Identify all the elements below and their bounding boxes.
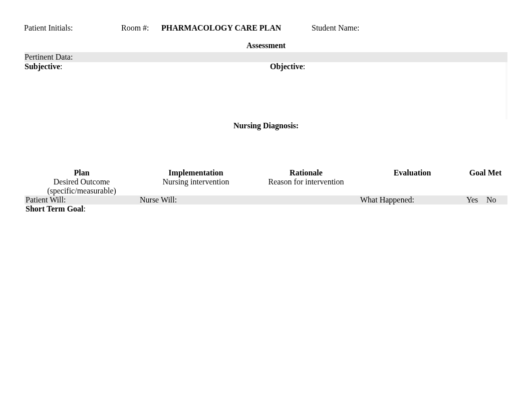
nursing-diagnosis-heading: Nursing Diagnosis: xyxy=(25,119,507,132)
goal-no-body-cell xyxy=(467,204,469,365)
rationale-body-cell xyxy=(253,204,359,365)
spacer xyxy=(24,158,508,168)
implementation-body-cell xyxy=(139,204,253,365)
objective-label: Objective xyxy=(270,62,303,71)
rationale-column-header: Rationale Reason for intervention xyxy=(253,168,359,195)
goal-yes-label: Yes xyxy=(465,195,485,204)
rationale-sub: Reason for intervention xyxy=(254,177,358,186)
rationale-heading: Rationale xyxy=(254,168,358,177)
plan-column-header: Plan Desired Outcome (specific/measurabl… xyxy=(25,168,139,195)
rationale-subhead-blank xyxy=(253,195,359,204)
plan-sub1: Desired Outcome xyxy=(26,177,138,186)
evaluation-column-header: Evaluation xyxy=(359,168,465,195)
assessment-heading: Assessment xyxy=(25,39,507,52)
nursing-diagnosis-body xyxy=(25,132,507,157)
plan-body-cell: Short Term Goal: xyxy=(25,204,139,365)
goal-met-heading: Goal Met xyxy=(466,168,504,177)
goal-met-column-header: Goal Met xyxy=(465,168,505,195)
short-term-goal-label: Short Term Goal xyxy=(26,204,84,213)
patient-will-label: Patient Will: xyxy=(25,195,139,204)
room-number-label: Room #: xyxy=(121,24,161,33)
subjective-objective-row: Subjective: Objective: xyxy=(25,62,507,119)
plan-section: Plan Desired Outcome (specific/measurabl… xyxy=(24,168,508,365)
implementation-sub: Nursing intervention xyxy=(140,177,252,186)
plan-heading: Plan xyxy=(26,168,138,177)
plan-subheader-row: Patient Will: Nurse Will: What Happened:… xyxy=(25,195,507,204)
objective-cell: Objective: xyxy=(270,62,505,119)
header-row: Patient Initials: Room #: PHARMACOLOGY C… xyxy=(24,24,508,33)
page-title: PHARMACOLOGY CARE PLAN xyxy=(161,24,312,33)
plan-sub2: (specific/measurable) xyxy=(26,186,138,195)
what-happened-label: What Happened: xyxy=(359,195,465,204)
subjective-label: Subjective xyxy=(25,62,60,71)
goal-no-label: No xyxy=(485,195,505,204)
student-name-label: Student Name: xyxy=(312,24,442,33)
evaluation-body-cell xyxy=(359,204,465,365)
nurse-will-label: Nurse Will: xyxy=(139,195,253,204)
subjective-body xyxy=(25,71,270,119)
subjective-cell: Subjective: xyxy=(25,62,270,119)
evaluation-heading: Evaluation xyxy=(360,168,464,177)
patient-initials-label: Patient Initials: xyxy=(24,24,121,33)
objective-body xyxy=(270,71,505,119)
plan-header-row: Plan Desired Outcome (specific/measurabl… xyxy=(25,168,507,195)
implementation-heading: Implementation xyxy=(140,168,252,177)
plan-body-row: Short Term Goal: xyxy=(25,204,507,365)
implementation-column-header: Implementation Nursing intervention xyxy=(139,168,253,195)
assessment-section: Assessment Pertinent Data: Subjective: O… xyxy=(24,39,508,158)
pertinent-data-label: Pertinent Data: xyxy=(25,52,507,62)
